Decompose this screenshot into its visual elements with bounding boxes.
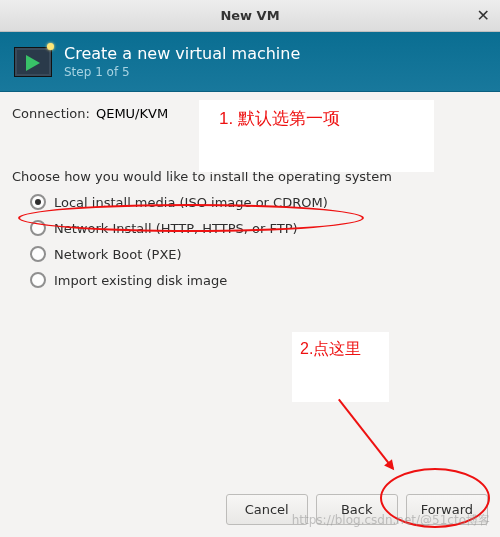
radio-icon[interactable] — [30, 220, 46, 236]
install-options: Local install media (ISO image or CDROM)… — [30, 194, 488, 288]
option-label: Import existing disk image — [54, 273, 227, 288]
option-import-disk[interactable]: Import existing disk image — [30, 272, 488, 288]
annotation-text-2: 2.点这里 — [300, 339, 361, 360]
annotation-text-1: 1. 默认选第一项 — [219, 107, 340, 130]
close-icon[interactable]: ✕ — [477, 6, 490, 25]
option-label: Network Install (HTTP, HTTPS, or FTP) — [54, 221, 298, 236]
option-network-install[interactable]: Network Install (HTTP, HTTPS, or FTP) — [30, 220, 488, 236]
wizard-header: Create a new virtual machine Step 1 of 5 — [0, 32, 500, 92]
radio-icon[interactable] — [30, 246, 46, 262]
titlebar: New VM ✕ — [0, 0, 500, 32]
header-text: Create a new virtual machine Step 1 of 5 — [64, 44, 300, 79]
watermark: https://blog.csdn.net/@51cto博客 — [292, 512, 490, 529]
header-title: Create a new virtual machine — [64, 44, 300, 63]
connection-label: Connection: — [12, 106, 90, 121]
window-title: New VM — [220, 8, 279, 23]
option-network-boot[interactable]: Network Boot (PXE) — [30, 246, 488, 262]
radio-icon[interactable] — [30, 194, 46, 210]
radio-icon[interactable] — [30, 272, 46, 288]
header-step: Step 1 of 5 — [64, 65, 300, 79]
connection-value: QEMU/KVM — [96, 106, 168, 121]
option-label: Network Boot (PXE) — [54, 247, 182, 262]
option-label: Local install media (ISO image or CDROM) — [54, 195, 328, 210]
vm-icon — [14, 47, 52, 77]
option-local-media[interactable]: Local install media (ISO image or CDROM) — [30, 194, 488, 210]
